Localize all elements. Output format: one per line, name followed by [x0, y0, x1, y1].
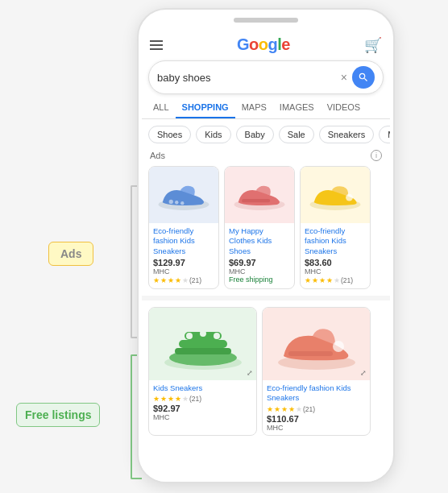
ad-product-1-brand: MHC: [153, 267, 214, 276]
free-product-1-stars: ★★★★★ (21): [153, 395, 252, 403]
yellow-shoe-svg: [307, 177, 363, 213]
svg-point-13: [186, 333, 193, 339]
expand-icon[interactable]: ⤢: [247, 369, 253, 377]
ad-product-1[interactable]: Eco-friendly fashion Kids Sneakers $129.…: [148, 166, 219, 289]
ad-product-2-shipping: Free shipping: [229, 276, 290, 284]
ads-annotation: Ads: [48, 242, 93, 266]
blue-shoe-svg: [156, 177, 212, 213]
expand-icon-2[interactable]: ⤢: [360, 369, 367, 377]
ad-product-1-name: Eco-friendly fashion Kids Sneakers: [153, 226, 214, 256]
free-product-2-image: ⤢: [263, 308, 370, 380]
svg-point-14: [200, 330, 206, 337]
ads-info-icon[interactable]: i: [371, 150, 382, 161]
ad-product-1-image: [149, 167, 218, 223]
chip-myh[interactable]: My H: [379, 126, 390, 143]
scene: Ads Free listings Google 🛒 baby shoes ×: [0, 0, 448, 493]
ad-product-3-price: $83.60: [305, 258, 366, 267]
free-product-2-brand: MHC: [267, 424, 366, 432]
ad-product-2-name: My Happy Clothes Kids Shoes: [229, 226, 290, 256]
tab-maps[interactable]: MAPS: [235, 97, 273, 118]
free-product-2-stars: ★★★★★ (21): [267, 405, 366, 413]
search-button[interactable]: [352, 66, 375, 89]
chip-shoes[interactable]: Shoes: [148, 126, 191, 143]
svg-rect-18: [288, 351, 333, 356]
free-product-2-name: Eco-friendly fashion Kids Sneakers: [267, 383, 366, 404]
section-divider: [142, 296, 390, 300]
free-product-2-price: $110.67: [267, 414, 366, 424]
green-sandal-svg: [159, 316, 247, 372]
pink-shoe-svg: [231, 177, 288, 213]
google-header: Google 🛒: [142, 29, 390, 57]
svg-rect-5: [242, 198, 270, 201]
phone-shell: Google 🛒 baby shoes × ALL SHOPPING MAPS: [137, 8, 395, 483]
svg-point-3: [180, 201, 184, 204]
svg-point-15: [214, 333, 220, 339]
free-product-1-price: $92.97: [153, 404, 252, 413]
ad-product-1-price: $129.97: [153, 258, 214, 267]
search-icon: [358, 72, 369, 83]
free-product-2-info: Eco-friendly fashion Kids Sneakers ★★★★★…: [263, 380, 370, 435]
svg-point-7: [346, 193, 353, 201]
tab-images[interactable]: IMAGES: [273, 97, 321, 118]
ad-product-2-info: My Happy Clothes Kids Shoes $69.97 MHC F…: [225, 223, 294, 287]
svg-rect-12: [175, 348, 231, 354]
ad-product-2-image: [225, 167, 294, 223]
search-bar[interactable]: baby shoes ×: [148, 60, 384, 94]
free-listings-row: ⤢ Kids Sneakers ★★★★★ (21) $92.97 MHC: [142, 304, 390, 439]
tab-shopping[interactable]: SHOPPING: [176, 97, 235, 118]
cart-icon[interactable]: 🛒: [364, 36, 382, 54]
ads-section-label: Ads i: [142, 147, 390, 163]
svg-point-1: [169, 199, 173, 203]
salmon-shoe-svg: [272, 316, 361, 372]
free-product-1-brand: MHC: [153, 413, 252, 421]
ad-product-2-price: $69.97: [229, 258, 290, 267]
ad-product-3-brand: MHC: [305, 267, 366, 276]
search-input[interactable]: baby shoes: [157, 72, 341, 84]
ad-product-3-name: Eco-friendly fashion Kids Sneakers: [305, 226, 366, 256]
ad-product-1-info: Eco-friendly fashion Kids Sneakers $129.…: [149, 223, 218, 288]
free-product-1-image: ⤢: [149, 308, 256, 380]
svg-point-17: [333, 341, 344, 352]
phone-screen: Google 🛒 baby shoes × ALL SHOPPING MAPS: [142, 29, 390, 482]
free-product-1-name: Kids Sneakers: [153, 383, 252, 393]
phone-notch: [234, 18, 298, 23]
ad-product-3-stars: ★★★★★ (21): [305, 276, 366, 284]
ad-product-1-stars: ★★★★★ (21): [153, 276, 214, 284]
filter-chips: Shoes Kids Baby Sale Sneakers My H: [142, 119, 390, 147]
google-logo: Google: [237, 35, 290, 54]
free-listings-annotation: Free listings: [16, 403, 100, 427]
ad-product-2-brand: MHC: [229, 267, 290, 276]
free-product-1-info: Kids Sneakers ★★★★★ (21) $92.97 MHC: [149, 380, 256, 425]
nav-tabs: ALL SHOPPING MAPS IMAGES VIDEOS: [142, 97, 390, 119]
ad-product-3[interactable]: Eco-friendly fashion Kids Sneakers $83.6…: [300, 166, 371, 289]
ad-product-3-info: Eco-friendly fashion Kids Sneakers $83.6…: [301, 223, 370, 288]
ads-product-row: Eco-friendly fashion Kids Sneakers $129.…: [142, 163, 390, 292]
ads-text: Ads: [150, 151, 165, 160]
chip-sale[interactable]: Sale: [279, 126, 314, 143]
chip-sneakers[interactable]: Sneakers: [319, 126, 374, 143]
svg-rect-10: [179, 340, 227, 348]
chip-kids[interactable]: Kids: [196, 126, 230, 143]
hamburger-menu[interactable]: [150, 40, 163, 50]
ad-product-2[interactable]: My Happy Clothes Kids Shoes $69.97 MHC F…: [224, 166, 295, 289]
tab-all[interactable]: ALL: [147, 97, 176, 118]
chip-baby[interactable]: Baby: [236, 126, 274, 143]
free-product-1[interactable]: ⤢ Kids Sneakers ★★★★★ (21) $92.97 MHC: [148, 307, 257, 436]
svg-point-2: [175, 201, 178, 204]
tab-videos[interactable]: VIDEOS: [321, 97, 367, 118]
search-clear-button[interactable]: ×: [341, 71, 347, 84]
free-product-2[interactable]: ⤢ Eco-friendly fashion Kids Sneakers ★★★…: [262, 307, 371, 436]
ad-product-3-image: [301, 167, 370, 223]
